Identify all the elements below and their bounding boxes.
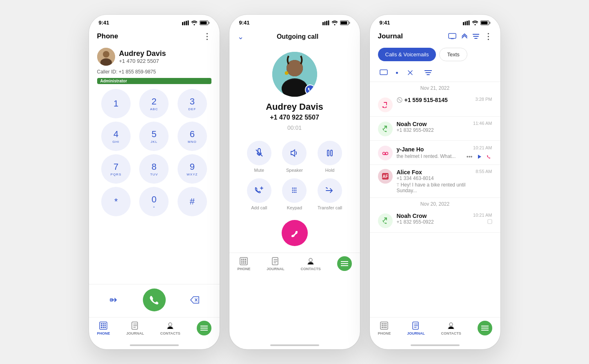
svg-rect-85 <box>380 70 387 75</box>
nav-menu-j[interactable] <box>478 321 492 335</box>
journal-header-icons: ⋮ <box>448 31 492 41</box>
forward-button[interactable] <box>109 295 118 304</box>
svg-point-39 <box>282 80 308 97</box>
svg-text:AF: AF <box>382 174 388 179</box>
journal-header: Journal ⋮ <box>370 28 500 45</box>
journal-item-info-vm: y-Jane Ho the helmet I rented. What... <box>397 146 467 159</box>
svg-point-49 <box>292 188 293 189</box>
status-bar-phone: 9:41 <box>89 15 220 28</box>
svg-rect-2 <box>186 21 187 25</box>
svg-rect-14 <box>103 323 104 324</box>
vm-call-icon[interactable] <box>487 154 492 160</box>
svg-rect-20 <box>103 327 104 328</box>
end-call-button[interactable] <box>282 220 308 246</box>
dial-5[interactable]: 5JKL <box>139 122 169 151</box>
svg-rect-17 <box>103 325 104 326</box>
collapse-button[interactable]: ⌄ <box>238 32 244 41</box>
dial-star[interactable]: * <box>101 187 131 216</box>
status-bar-journal: 9:41 <box>370 15 500 28</box>
vm-play-icon[interactable] <box>477 154 482 160</box>
outgoing-number: +1 470 922 5507 <box>229 112 360 123</box>
dial-4[interactable]: 4GHI <box>101 122 131 151</box>
svg-point-9 <box>103 51 109 58</box>
call-button[interactable] <box>143 289 166 311</box>
nav-contacts-out[interactable]: CONTACTS <box>300 256 320 271</box>
nav-contacts-j[interactable]: CONTACTS <box>441 321 461 335</box>
dial-9[interactable]: 9WXYZ <box>178 154 207 184</box>
journal-filter-icon[interactable] <box>473 33 479 39</box>
contact-info: Audrey Davis +1 470 922 5507 <box>89 45 220 67</box>
nav-journal-out[interactable]: JOURNAL <box>267 256 284 271</box>
svg-rect-28 <box>324 21 325 25</box>
phone-more-button[interactable]: ⋮ <box>203 31 211 41</box>
toolbar-expand-icon[interactable] <box>405 67 416 78</box>
nav-phone-out[interactable]: PHONE <box>237 256 250 271</box>
nav-phone[interactable]: PHONE <box>97 321 110 335</box>
contact-details: Audrey Davis +1 470 922 5507 <box>119 49 166 64</box>
svg-marker-94 <box>478 155 481 159</box>
avatar <box>97 48 115 66</box>
hold-button[interactable]: Hold <box>318 141 342 173</box>
svg-point-92 <box>385 152 388 155</box>
svg-rect-79 <box>481 21 487 24</box>
journal-item-noah2[interactable]: Noah Crow +1 832 955-0922 10:21 AM <box>370 209 500 233</box>
nav-menu-out[interactable] <box>337 256 352 271</box>
dial-hash[interactable]: # <box>178 187 207 216</box>
call-badge <box>305 84 316 95</box>
journal-item-missed[interactable]: +1 559 515-8145 3:28 PM <box>370 93 500 117</box>
vm-actions: ••• <box>467 153 492 160</box>
toolbar-view-icon[interactable] <box>378 67 389 78</box>
svg-rect-63 <box>243 261 244 262</box>
journal-item-alice[interactable]: AF Alice Fox +1 334 463-8014 T Hey! I ha… <box>370 165 500 198</box>
dial-3[interactable]: 3DEF <box>178 89 207 118</box>
call-controls: Mute Speaker Hold <box>229 138 360 213</box>
mute-button[interactable]: Mute <box>247 141 271 173</box>
status-icons-phone <box>182 20 210 25</box>
nav-phone-j[interactable]: PHONE <box>378 321 391 335</box>
dialpad: 1 2ABC 3DEF 4GHI 5JKL 6MNO 7PQRS 8TUV 9W… <box>89 87 220 284</box>
svg-point-50 <box>294 188 295 189</box>
dial-8[interactable]: 8TUV <box>139 154 169 184</box>
journal-item-info-missed: +1 559 515-8145 <box>397 97 476 103</box>
outgoing-header: ⌄ Outgoing call <box>229 28 360 45</box>
svg-rect-13 <box>101 323 102 324</box>
nav-journal-j[interactable]: JOURNAL <box>407 321 425 335</box>
svg-point-23 <box>169 323 172 326</box>
dial-6[interactable]: 6MNO <box>178 122 207 151</box>
svg-rect-75 <box>467 21 468 25</box>
svg-marker-43 <box>291 150 295 156</box>
svg-point-91 <box>382 152 385 155</box>
journal-item-voicemail[interactable]: y-Jane Ho the helmet I rented. What... 1… <box>370 141 500 165</box>
tab-calls-voicemails[interactable]: Calls & Voicemails <box>378 48 436 61</box>
nav-menu[interactable] <box>197 321 211 335</box>
svg-rect-64 <box>245 261 246 262</box>
journal-expand-icon[interactable] <box>461 33 468 40</box>
svg-rect-7 <box>209 22 210 24</box>
dial-2[interactable]: 2ABC <box>139 89 169 118</box>
add-call-button[interactable]: Add call <box>247 178 271 210</box>
vm-more-icon[interactable]: ••• <box>467 153 473 160</box>
dial-1[interactable]: 1 <box>101 89 131 118</box>
backspace-button[interactable] <box>190 296 199 304</box>
svg-rect-100 <box>384 323 385 324</box>
status-icons-outgoing <box>322 20 350 25</box>
outgoing-title: Outgoing call <box>244 33 352 40</box>
toolbar-filter-icon[interactable] <box>422 67 434 78</box>
tab-texts[interactable]: Texts <box>439 48 467 61</box>
svg-rect-67 <box>245 262 246 264</box>
status-icons-journal <box>463 20 491 25</box>
speaker-button[interactable]: Speaker <box>282 141 307 173</box>
svg-rect-74 <box>465 21 466 25</box>
journal-more-icon[interactable]: ⋮ <box>484 31 492 41</box>
journal-item-noah1[interactable]: Noah Crow +1 832 955-0922 11:46 AM <box>370 117 500 141</box>
svg-rect-73 <box>463 22 464 25</box>
dial-0[interactable]: 0+ <box>139 187 169 216</box>
dial-7[interactable]: 7PQRS <box>101 154 131 184</box>
status-time-outgoing: 9:41 <box>239 20 250 26</box>
transfer-button[interactable]: Transfer call <box>318 178 342 210</box>
journal-screen-icon[interactable] <box>448 33 456 40</box>
nav-contacts[interactable]: CONTACTS <box>160 321 180 335</box>
keypad-button[interactable]: Keypad <box>282 178 307 210</box>
svg-rect-44 <box>327 150 329 156</box>
nav-journal[interactable]: JOURNAL <box>126 321 144 335</box>
